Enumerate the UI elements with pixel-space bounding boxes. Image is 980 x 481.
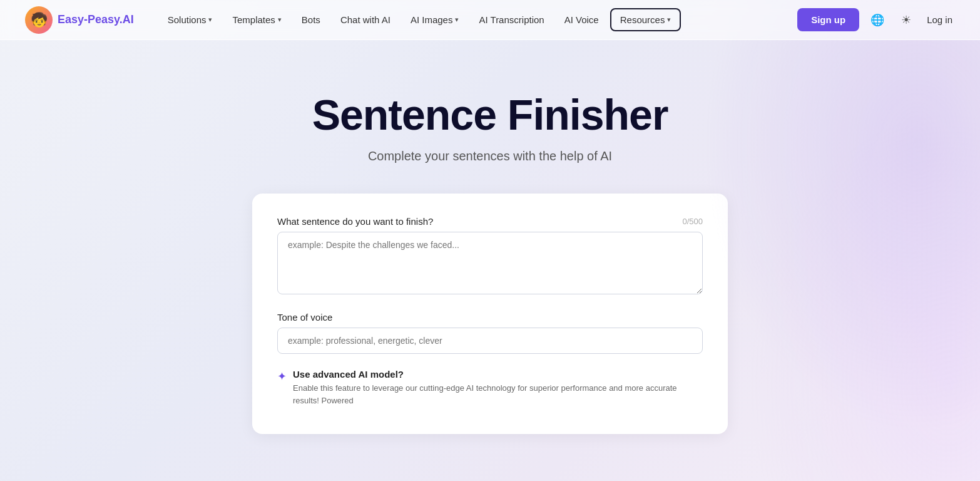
resources-chevron: ▾ [667, 16, 671, 24]
navbar: 🧒 Easy-Peasy.AI Solutions ▾ Templates ▾ … [0, 0, 980, 40]
advanced-ai-row: ✦ Use advanced AI model? Enable this fea… [277, 369, 703, 406]
nav-links: Solutions ▾ Templates ▾ Bots Chat with A… [159, 8, 797, 31]
sentence-field-header: What sentence do you want to finish? 0/5… [277, 216, 703, 227]
nav-ai-voice[interactable]: AI Voice [556, 9, 608, 30]
templates-chevron: ▾ [278, 16, 282, 24]
logo-text: Easy-Peasy.AI [58, 13, 134, 26]
signup-button[interactable]: Sign up [797, 8, 859, 31]
nav-resources[interactable]: Resources ▾ [610, 8, 681, 31]
page-subtitle: Complete your sentences with the help of… [368, 149, 612, 163]
tone-field-header: Tone of voice [277, 312, 703, 323]
char-count: 0/500 [682, 217, 703, 226]
nav-templates[interactable]: Templates ▾ [223, 9, 290, 30]
ai-images-chevron: ▾ [455, 16, 459, 24]
advanced-title: Use advanced AI model? [293, 369, 703, 380]
main-content: Sentence Finisher Complete your sentence… [0, 40, 980, 459]
tone-label: Tone of voice [277, 312, 332, 323]
solutions-chevron: ▾ [208, 16, 212, 24]
page-title: Sentence Finisher [312, 90, 668, 139]
tone-input[interactable] [277, 328, 703, 354]
theme-toggle-button[interactable]: ☀ [896, 9, 917, 31]
advanced-content: Use advanced AI model? Enable this featu… [293, 369, 703, 406]
advanced-desc: Enable this feature to leverage our cutt… [293, 382, 703, 406]
tone-field: Tone of voice [277, 312, 703, 354]
nav-solutions[interactable]: Solutions ▾ [159, 9, 222, 30]
nav-ai-images[interactable]: AI Images ▾ [402, 9, 468, 30]
logo-icon: 🧒 [25, 6, 53, 34]
nav-right: Sign up 🌐 ☀ Log in [797, 8, 955, 31]
nav-ai-transcription[interactable]: AI Transcription [470, 9, 553, 30]
logo[interactable]: 🧒 Easy-Peasy.AI [25, 6, 134, 34]
sentence-input[interactable] [277, 232, 703, 294]
nav-chat-with-ai[interactable]: Chat with AI [332, 9, 399, 30]
form-card: What sentence do you want to finish? 0/5… [252, 194, 728, 434]
sentence-label: What sentence do you want to finish? [277, 216, 433, 227]
nav-bots[interactable]: Bots [293, 9, 329, 30]
login-link[interactable]: Log in [924, 9, 955, 30]
sparkle-icon: ✦ [277, 370, 287, 383]
language-button[interactable]: 🌐 [867, 9, 888, 31]
sentence-field: What sentence do you want to finish? 0/5… [277, 216, 703, 297]
